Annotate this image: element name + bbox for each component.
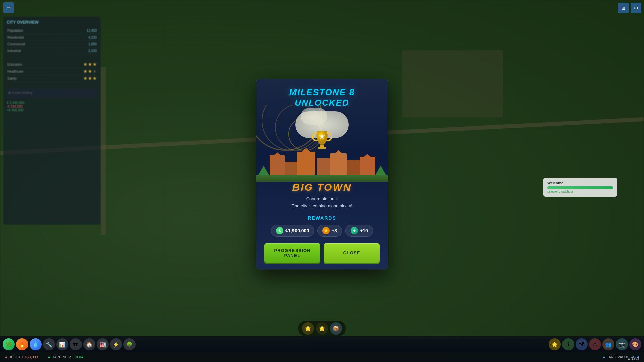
- milestone-bar: ⭐ ⭐ 📦: [298, 321, 346, 336]
- reward-xp-chip: ⭐ +8: [317, 225, 342, 237]
- icon-fire[interactable]: 🔥: [16, 338, 28, 350]
- panel-item: Residential4,230: [7, 34, 97, 41]
- modal-header: MILESTONE 8 UNLOCKED: [256, 79, 388, 108]
- icon-warning[interactable]: ⚠: [589, 338, 601, 350]
- icon-chart[interactable]: 📊: [56, 338, 68, 350]
- xp-icon: ⭐: [322, 227, 330, 234]
- close-button[interactable]: CLOSE: [324, 243, 380, 263]
- panel-item: Industrial2,100: [7, 48, 97, 54]
- budget-value: ¢-3,093: [25, 355, 38, 359]
- milestone-package: 📦: [330, 322, 342, 335]
- status-budget: ● BUDGET ¢-3,093: [5, 355, 38, 359]
- reward-money-chip: $ ¢1,900,000: [271, 225, 314, 237]
- top-bar: ☰ ⊞ ⚙: [0, 0, 644, 15]
- grid-icon[interactable]: ⊞: [618, 3, 629, 13]
- happiness-value: +0.04: [74, 355, 83, 359]
- happiness-label: HAPPINESS: [51, 355, 72, 359]
- svg-rect-1: [318, 147, 326, 149]
- icon-tools[interactable]: 🔧: [43, 338, 55, 350]
- reward-money-value: ¢1,900,000: [285, 228, 309, 233]
- congrats-text: Congratulations! The city is coming alon…: [264, 196, 380, 210]
- notification-card: Welcome Milestone reached!: [543, 178, 617, 197]
- rewards-row: $ ¢1,900,000 ⭐ +8 ◈ +10: [264, 225, 380, 237]
- cloud-left: [301, 108, 327, 125]
- status-happiness: ● HAPPINESS +0.04: [48, 355, 83, 359]
- map-coords: ▲ 1283: [627, 357, 639, 360]
- money-icon: $: [276, 227, 283, 234]
- trophy-icon: [309, 126, 335, 153]
- icon-nature[interactable]: 🌿: [3, 338, 15, 350]
- icon-electric[interactable]: ⚡: [110, 338, 122, 350]
- panel-rating: Safety: [7, 75, 97, 82]
- reward-pts-value: +10: [360, 228, 368, 233]
- modal-buttons: PROGRESSION PANEL CLOSE: [264, 243, 380, 263]
- icon-water[interactable]: 💧: [30, 338, 42, 350]
- landvalue-label: LAND VALUE: [606, 355, 629, 359]
- progression-panel-button[interactable]: PROGRESSION PANEL: [264, 243, 320, 263]
- reward-xp-value: +8: [332, 228, 337, 233]
- milestone-star-1: ⭐: [302, 322, 314, 335]
- tree: [258, 166, 269, 175]
- panel-rating: Education: [7, 61, 97, 68]
- milestone-star-2: ⭐: [316, 322, 328, 335]
- menu-icon[interactable]: ☰: [3, 2, 14, 13]
- notif-subtitle: Milestone reached!: [547, 190, 613, 193]
- rewards-title: REWARDS: [264, 215, 380, 221]
- status-bar: ● BUDGET ¢-3,093 ● HAPPINESS +0.04 ● LAN…: [0, 352, 644, 362]
- icon-bar: 🌿 🔥 💧 🔧 📊 🛣 🏠 🏭 ⚡ 🌳 ⭐ ℹ 🗺 ⚠ 👥 📷 🎨: [0, 336, 644, 353]
- budget-label: BUDGET: [9, 355, 24, 359]
- icon-road[interactable]: 🛣: [70, 338, 82, 350]
- modal-body: BIG TOWN Congratulations! The city is co…: [256, 182, 388, 269]
- trophy-container: [309, 126, 335, 155]
- icon-house[interactable]: 🏠: [83, 338, 95, 350]
- icon-map[interactable]: 🗺: [576, 338, 588, 350]
- icon-star-badge[interactable]: ⭐: [549, 338, 561, 350]
- icon-park[interactable]: 🌳: [123, 338, 136, 350]
- left-panel: CITY OVERVIEW Population12,450 Residenti…: [3, 17, 101, 225]
- panel-rating: Healthcare: [7, 68, 97, 75]
- town-name: BIG TOWN: [264, 182, 380, 193]
- icon-palette[interactable]: 🎨: [629, 338, 641, 350]
- notif-title: Welcome: [547, 181, 613, 185]
- ground: [256, 175, 388, 182]
- icon-camera[interactable]: 📷: [616, 338, 628, 350]
- settings-icon[interactable]: ⚙: [631, 3, 641, 13]
- reward-pts-chip: ◈ +10: [345, 225, 373, 237]
- panel-item: Population12,450: [7, 27, 97, 34]
- notif-bar: [547, 186, 613, 189]
- tree: [375, 166, 386, 175]
- icon-info[interactable]: ℹ: [562, 338, 574, 350]
- panel-title: CITY OVERVIEW: [7, 20, 97, 25]
- milestone-modal: MILESTONE 8 UNLOCKED: [256, 79, 388, 269]
- panel-item: Commercial1,890: [7, 41, 97, 48]
- modal-illustration: [256, 105, 388, 182]
- icon-factory[interactable]: 🏭: [97, 338, 109, 350]
- svg-rect-0: [320, 145, 324, 147]
- icon-citizens[interactable]: 👥: [602, 338, 614, 350]
- pts-icon: ◈: [351, 227, 358, 234]
